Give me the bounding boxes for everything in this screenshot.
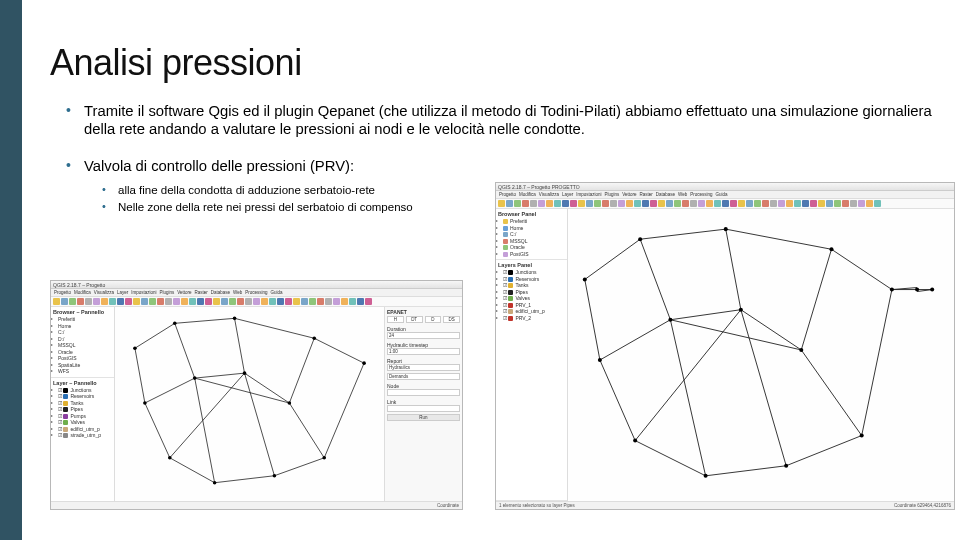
demands-field[interactable]: Demands (387, 373, 460, 380)
toolbar-icon[interactable] (253, 298, 260, 305)
toolbar-icon[interactable] (578, 200, 585, 207)
toolbar-icon[interactable] (762, 200, 769, 207)
toolbar-icon[interactable] (293, 298, 300, 305)
menu-item[interactable]: Modifica (519, 192, 536, 197)
epanet-tab[interactable]: DS (443, 316, 460, 323)
layer-item[interactable]: ☑ PRV_2 (498, 315, 565, 322)
menu-item[interactable]: Modifica (74, 290, 91, 295)
toolbar-icon[interactable] (301, 298, 308, 305)
toolbar-icon[interactable] (357, 298, 364, 305)
toolbar-icon[interactable] (133, 298, 140, 305)
toolbar-icon[interactable] (586, 200, 593, 207)
toolbar-icon[interactable] (309, 298, 316, 305)
toolbar-icon[interactable] (554, 200, 561, 207)
toolbar-icon[interactable] (746, 200, 753, 207)
menu-item[interactable]: Database (211, 290, 230, 295)
toolbar-icon[interactable] (770, 200, 777, 207)
toolbar-icon[interactable] (117, 298, 124, 305)
menu-item[interactable]: Vettore (177, 290, 191, 295)
toolbar-icon[interactable] (538, 200, 545, 207)
toolbar-icon[interactable] (698, 200, 705, 207)
toolbar-icon[interactable] (157, 298, 164, 305)
toolbar-icon[interactable] (730, 200, 737, 207)
toolbar-icon[interactable] (802, 200, 809, 207)
menu-item[interactable]: Layer (562, 192, 573, 197)
menu-item[interactable]: Impostazioni (576, 192, 601, 197)
epanet-tab[interactable]: D (425, 316, 442, 323)
hydts-input[interactable]: 1:00 (387, 348, 460, 355)
toolbar-icon[interactable] (53, 298, 60, 305)
toolbar-icon[interactable] (498, 200, 505, 207)
menu-item[interactable]: Guida (271, 290, 283, 295)
toolbar-icon[interactable] (794, 200, 801, 207)
hydraulics-field[interactable]: Hydraulics (387, 364, 460, 371)
toolbar-icon[interactable] (149, 298, 156, 305)
toolbar-icon[interactable] (546, 200, 553, 207)
toolbar-icon[interactable] (850, 200, 857, 207)
toolbar-icon[interactable] (141, 298, 148, 305)
toolbar-icon[interactable] (706, 200, 713, 207)
toolbar-icon[interactable] (634, 200, 641, 207)
run-button[interactable]: Run (387, 414, 460, 421)
toolbar-icon[interactable] (325, 298, 332, 305)
toolbar-icon[interactable] (221, 298, 228, 305)
menu-item[interactable]: Processing (245, 290, 267, 295)
toolbar-icon[interactable] (341, 298, 348, 305)
toolbar-icon[interactable] (333, 298, 340, 305)
toolbar-icon[interactable] (810, 200, 817, 207)
toolbar-icon[interactable] (229, 298, 236, 305)
toolbar-icon[interactable] (650, 200, 657, 207)
menu-item[interactable]: Guida (716, 192, 728, 197)
layer-item[interactable]: ☑ strade_utm_p (53, 432, 112, 439)
duration-input[interactable]: 24 (387, 332, 460, 339)
toolbar-icon[interactable] (866, 200, 873, 207)
toolbar-icon[interactable] (165, 298, 172, 305)
toolbar-icon[interactable] (365, 298, 372, 305)
toolbar-icon[interactable] (77, 298, 84, 305)
toolbar-icon[interactable] (666, 200, 673, 207)
toolbar-icon[interactable] (874, 200, 881, 207)
toolbar-icon[interactable] (349, 298, 356, 305)
menu-item[interactable]: Progetto (499, 192, 516, 197)
menu-item[interactable]: Raster (640, 192, 653, 197)
toolbar-icon[interactable] (69, 298, 76, 305)
toolbar-icon[interactable] (514, 200, 521, 207)
toolbar-icon[interactable] (530, 200, 537, 207)
menu-item[interactable]: Progetto (54, 290, 71, 295)
toolbar-icon[interactable] (181, 298, 188, 305)
toolbar-icon[interactable] (778, 200, 785, 207)
toolbar-icon[interactable] (594, 200, 601, 207)
toolbar-icon[interactable] (570, 200, 577, 207)
toolbar-icon[interactable] (101, 298, 108, 305)
menu-item[interactable]: Vettore (622, 192, 636, 197)
toolbar-icon[interactable] (173, 298, 180, 305)
link-input[interactable] (387, 405, 460, 412)
toolbar-icon[interactable] (738, 200, 745, 207)
toolbar-icon[interactable] (285, 298, 292, 305)
toolbar-icon[interactable] (213, 298, 220, 305)
menu-item[interactable]: Web (233, 290, 242, 295)
toolbar-icon[interactable] (610, 200, 617, 207)
toolbar-icon[interactable] (722, 200, 729, 207)
toolbar-icon[interactable] (261, 298, 268, 305)
tree-item[interactable]: PostGIS (498, 251, 565, 258)
toolbar-icon[interactable] (858, 200, 865, 207)
toolbar-icon[interactable] (317, 298, 324, 305)
tree-item[interactable]: WFS (53, 368, 112, 375)
toolbar-icon[interactable] (674, 200, 681, 207)
menu-item[interactable]: Raster (195, 290, 208, 295)
toolbar-icon[interactable] (189, 298, 196, 305)
toolbar-icon[interactable] (269, 298, 276, 305)
menu-item[interactable]: Plugins (160, 290, 175, 295)
toolbar-icon[interactable] (205, 298, 212, 305)
toolbar-icon[interactable] (85, 298, 92, 305)
toolbar-icon[interactable] (522, 200, 529, 207)
toolbar-icon[interactable] (786, 200, 793, 207)
menu-item[interactable]: Database (656, 192, 675, 197)
toolbar-icon[interactable] (642, 200, 649, 207)
menu-item[interactable]: Layer (117, 290, 128, 295)
menu-item[interactable]: Web (678, 192, 687, 197)
toolbar-icon[interactable] (197, 298, 204, 305)
toolbar-icon[interactable] (245, 298, 252, 305)
menu-item[interactable]: Plugins (605, 192, 620, 197)
